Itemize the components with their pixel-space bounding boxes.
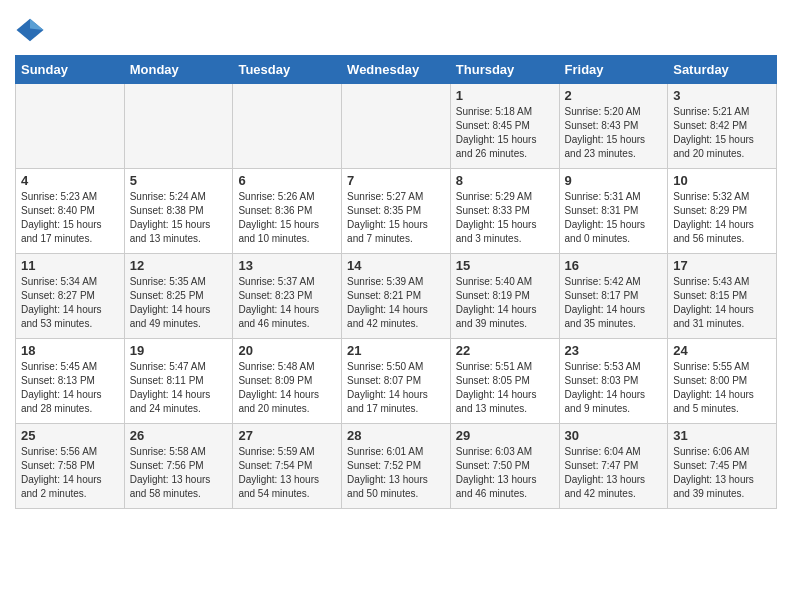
day-number: 8 [456, 173, 554, 188]
calendar-week-5: 25Sunrise: 5:56 AM Sunset: 7:58 PM Dayli… [16, 424, 777, 509]
calendar-week-2: 4Sunrise: 5:23 AM Sunset: 8:40 PM Daylig… [16, 169, 777, 254]
calendar-cell: 16Sunrise: 5:42 AM Sunset: 8:17 PM Dayli… [559, 254, 668, 339]
day-info: Sunrise: 5:20 AM Sunset: 8:43 PM Dayligh… [565, 105, 663, 161]
day-number: 12 [130, 258, 228, 273]
calendar-cell [124, 84, 233, 169]
day-header-saturday: Saturday [668, 56, 777, 84]
logo-icon [15, 15, 45, 45]
day-number: 2 [565, 88, 663, 103]
day-info: Sunrise: 6:01 AM Sunset: 7:52 PM Dayligh… [347, 445, 445, 501]
calendar-week-1: 1Sunrise: 5:18 AM Sunset: 8:45 PM Daylig… [16, 84, 777, 169]
calendar-body: 1Sunrise: 5:18 AM Sunset: 8:45 PM Daylig… [16, 84, 777, 509]
day-info: Sunrise: 6:06 AM Sunset: 7:45 PM Dayligh… [673, 445, 771, 501]
calendar-cell: 8Sunrise: 5:29 AM Sunset: 8:33 PM Daylig… [450, 169, 559, 254]
calendar-cell: 29Sunrise: 6:03 AM Sunset: 7:50 PM Dayli… [450, 424, 559, 509]
day-number: 25 [21, 428, 119, 443]
day-info: Sunrise: 5:56 AM Sunset: 7:58 PM Dayligh… [21, 445, 119, 501]
day-info: Sunrise: 5:26 AM Sunset: 8:36 PM Dayligh… [238, 190, 336, 246]
day-number: 7 [347, 173, 445, 188]
calendar-cell: 20Sunrise: 5:48 AM Sunset: 8:09 PM Dayli… [233, 339, 342, 424]
day-number: 24 [673, 343, 771, 358]
day-number: 6 [238, 173, 336, 188]
day-info: Sunrise: 5:48 AM Sunset: 8:09 PM Dayligh… [238, 360, 336, 416]
day-info: Sunrise: 5:47 AM Sunset: 8:11 PM Dayligh… [130, 360, 228, 416]
day-info: Sunrise: 5:39 AM Sunset: 8:21 PM Dayligh… [347, 275, 445, 331]
calendar-cell: 24Sunrise: 5:55 AM Sunset: 8:00 PM Dayli… [668, 339, 777, 424]
calendar-cell: 25Sunrise: 5:56 AM Sunset: 7:58 PM Dayli… [16, 424, 125, 509]
calendar-cell: 14Sunrise: 5:39 AM Sunset: 8:21 PM Dayli… [342, 254, 451, 339]
calendar-cell: 1Sunrise: 5:18 AM Sunset: 8:45 PM Daylig… [450, 84, 559, 169]
calendar-cell: 27Sunrise: 5:59 AM Sunset: 7:54 PM Dayli… [233, 424, 342, 509]
calendar-cell: 13Sunrise: 5:37 AM Sunset: 8:23 PM Dayli… [233, 254, 342, 339]
day-info: Sunrise: 5:43 AM Sunset: 8:15 PM Dayligh… [673, 275, 771, 331]
calendar-cell: 26Sunrise: 5:58 AM Sunset: 7:56 PM Dayli… [124, 424, 233, 509]
calendar-cell: 17Sunrise: 5:43 AM Sunset: 8:15 PM Dayli… [668, 254, 777, 339]
day-number: 27 [238, 428, 336, 443]
day-number: 30 [565, 428, 663, 443]
day-header-thursday: Thursday [450, 56, 559, 84]
calendar-cell: 11Sunrise: 5:34 AM Sunset: 8:27 PM Dayli… [16, 254, 125, 339]
calendar-cell: 6Sunrise: 5:26 AM Sunset: 8:36 PM Daylig… [233, 169, 342, 254]
calendar-cell: 22Sunrise: 5:51 AM Sunset: 8:05 PM Dayli… [450, 339, 559, 424]
day-number: 13 [238, 258, 336, 273]
day-number: 26 [130, 428, 228, 443]
day-number: 15 [456, 258, 554, 273]
day-header-sunday: Sunday [16, 56, 125, 84]
calendar-cell: 15Sunrise: 5:40 AM Sunset: 8:19 PM Dayli… [450, 254, 559, 339]
day-info: Sunrise: 5:55 AM Sunset: 8:00 PM Dayligh… [673, 360, 771, 416]
day-number: 16 [565, 258, 663, 273]
calendar-week-3: 11Sunrise: 5:34 AM Sunset: 8:27 PM Dayli… [16, 254, 777, 339]
day-header-tuesday: Tuesday [233, 56, 342, 84]
day-info: Sunrise: 6:04 AM Sunset: 7:47 PM Dayligh… [565, 445, 663, 501]
calendar-cell: 5Sunrise: 5:24 AM Sunset: 8:38 PM Daylig… [124, 169, 233, 254]
day-number: 5 [130, 173, 228, 188]
logo [15, 15, 49, 45]
day-number: 3 [673, 88, 771, 103]
day-number: 19 [130, 343, 228, 358]
day-header-wednesday: Wednesday [342, 56, 451, 84]
calendar-header-row: SundayMondayTuesdayWednesdayThursdayFrid… [16, 56, 777, 84]
day-number: 10 [673, 173, 771, 188]
day-info: Sunrise: 5:24 AM Sunset: 8:38 PM Dayligh… [130, 190, 228, 246]
day-number: 20 [238, 343, 336, 358]
day-number: 23 [565, 343, 663, 358]
day-info: Sunrise: 5:31 AM Sunset: 8:31 PM Dayligh… [565, 190, 663, 246]
day-info: Sunrise: 5:32 AM Sunset: 8:29 PM Dayligh… [673, 190, 771, 246]
day-header-monday: Monday [124, 56, 233, 84]
day-info: Sunrise: 5:59 AM Sunset: 7:54 PM Dayligh… [238, 445, 336, 501]
calendar-cell: 31Sunrise: 6:06 AM Sunset: 7:45 PM Dayli… [668, 424, 777, 509]
day-info: Sunrise: 5:34 AM Sunset: 8:27 PM Dayligh… [21, 275, 119, 331]
day-info: Sunrise: 5:42 AM Sunset: 8:17 PM Dayligh… [565, 275, 663, 331]
day-info: Sunrise: 6:03 AM Sunset: 7:50 PM Dayligh… [456, 445, 554, 501]
calendar-cell: 30Sunrise: 6:04 AM Sunset: 7:47 PM Dayli… [559, 424, 668, 509]
day-info: Sunrise: 5:23 AM Sunset: 8:40 PM Dayligh… [21, 190, 119, 246]
day-info: Sunrise: 5:35 AM Sunset: 8:25 PM Dayligh… [130, 275, 228, 331]
day-number: 28 [347, 428, 445, 443]
calendar-cell: 19Sunrise: 5:47 AM Sunset: 8:11 PM Dayli… [124, 339, 233, 424]
calendar-cell [342, 84, 451, 169]
svg-marker-1 [30, 19, 44, 30]
calendar-cell: 7Sunrise: 5:27 AM Sunset: 8:35 PM Daylig… [342, 169, 451, 254]
calendar-cell: 28Sunrise: 6:01 AM Sunset: 7:52 PM Dayli… [342, 424, 451, 509]
calendar-cell: 12Sunrise: 5:35 AM Sunset: 8:25 PM Dayli… [124, 254, 233, 339]
day-header-friday: Friday [559, 56, 668, 84]
calendar-cell: 9Sunrise: 5:31 AM Sunset: 8:31 PM Daylig… [559, 169, 668, 254]
calendar-cell: 4Sunrise: 5:23 AM Sunset: 8:40 PM Daylig… [16, 169, 125, 254]
day-info: Sunrise: 5:40 AM Sunset: 8:19 PM Dayligh… [456, 275, 554, 331]
day-info: Sunrise: 5:51 AM Sunset: 8:05 PM Dayligh… [456, 360, 554, 416]
page-header [15, 15, 777, 45]
day-info: Sunrise: 5:21 AM Sunset: 8:42 PM Dayligh… [673, 105, 771, 161]
calendar-week-4: 18Sunrise: 5:45 AM Sunset: 8:13 PM Dayli… [16, 339, 777, 424]
day-number: 17 [673, 258, 771, 273]
day-info: Sunrise: 5:58 AM Sunset: 7:56 PM Dayligh… [130, 445, 228, 501]
day-number: 9 [565, 173, 663, 188]
calendar-cell: 2Sunrise: 5:20 AM Sunset: 8:43 PM Daylig… [559, 84, 668, 169]
day-number: 4 [21, 173, 119, 188]
calendar-table: SundayMondayTuesdayWednesdayThursdayFrid… [15, 55, 777, 509]
calendar-cell: 3Sunrise: 5:21 AM Sunset: 8:42 PM Daylig… [668, 84, 777, 169]
day-info: Sunrise: 5:37 AM Sunset: 8:23 PM Dayligh… [238, 275, 336, 331]
calendar-cell [16, 84, 125, 169]
day-info: Sunrise: 5:29 AM Sunset: 8:33 PM Dayligh… [456, 190, 554, 246]
day-number: 29 [456, 428, 554, 443]
calendar-cell [233, 84, 342, 169]
